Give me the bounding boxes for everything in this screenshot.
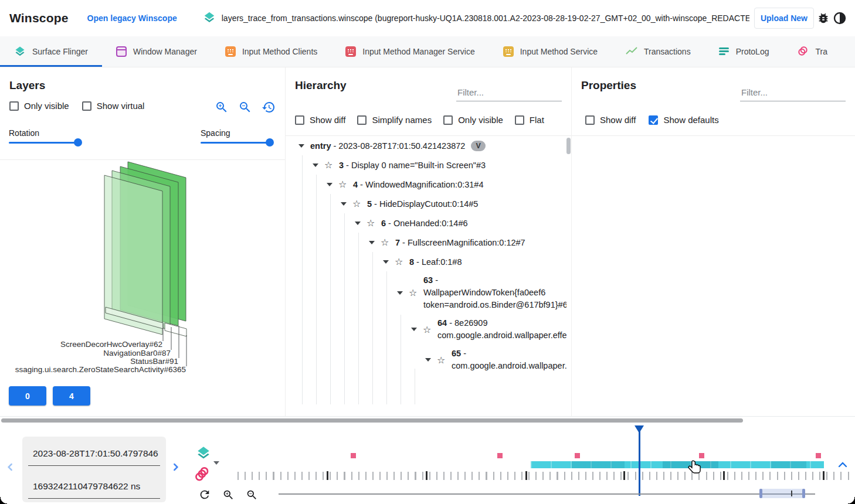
checkbox[interactable]: [585, 115, 595, 125]
event-marker[interactable]: [699, 453, 704, 458]
tab-transitions[interactable]: Tra: [783, 36, 841, 67]
horizontal-scrollbar[interactable]: [1, 418, 743, 423]
timeline-cursor-handle[interactable]: [635, 425, 644, 433]
zoom-out-icon[interactable]: [238, 100, 252, 114]
trace-coverage-band[interactable]: [531, 461, 824, 468]
zoom-in-icon[interactable]: [215, 100, 229, 114]
report-bug-icon[interactable]: [816, 11, 830, 25]
properties-filter-input[interactable]: [740, 85, 846, 101]
chevron-down-icon[interactable]: [397, 291, 403, 295]
tree-row-entry[interactable]: entry - 2023-08-28T17:01:50.421423872 V: [286, 136, 566, 155]
timeline-scrubber[interactable]: [279, 493, 815, 495]
chevron-down-icon[interactable]: [355, 222, 361, 225]
tab-input-method-service[interactable]: Input Method Service: [489, 36, 612, 67]
star-icon[interactable]: ☆: [367, 217, 376, 229]
simplify-names-checkbox[interactable]: Simplify names: [357, 115, 432, 125]
dark-mode-toggle-icon[interactable]: [833, 11, 847, 25]
rotation-slider[interactable]: [9, 138, 80, 147]
show-diff-checkbox[interactable]: Show diff: [585, 115, 636, 125]
upload-new-button[interactable]: Upload New: [754, 8, 814, 29]
ruler-major-tick: [327, 471, 328, 480]
chevron-down-icon[interactable]: [313, 164, 318, 167]
show-virtual-checkbox[interactable]: Show virtual: [82, 101, 145, 111]
layer-id-button-4[interactable]: 4: [53, 386, 90, 406]
show-defaults-checkbox[interactable]: Show defaults: [649, 115, 718, 125]
tree-row[interactable]: ☆ 4 - WindowedMagnification:0:31#4: [286, 175, 566, 194]
tab-input-method-manager-service[interactable]: Input Method Manager Service: [331, 36, 488, 67]
checkbox[interactable]: [443, 115, 453, 125]
next-entry-icon[interactable]: [169, 461, 181, 473]
screen-recording-trace-icon[interactable]: [194, 466, 210, 484]
tab-protolog[interactable]: ProtoLog: [705, 36, 783, 67]
show-diff-checkbox[interactable]: Show diff: [295, 115, 345, 125]
hierarchy-filter-input[interactable]: [456, 85, 562, 101]
checkbox[interactable]: [515, 115, 524, 125]
star-icon[interactable]: ☆: [437, 355, 447, 366]
checkbox[interactable]: [357, 115, 367, 125]
chevron-down-icon[interactable]: [425, 358, 431, 362]
ns-time-field[interactable]: [28, 473, 160, 499]
layer-label: ssaging.ui.search.ZeroStateSearchActivit…: [15, 365, 186, 374]
star-icon[interactable]: ☆: [352, 198, 362, 209]
tree-row[interactable]: ☆ 3 - Display 0 name="Built-in Screen"#3: [286, 155, 566, 175]
chevron-down-icon[interactable]: [383, 260, 389, 264]
chevron-down-icon[interactable]: [298, 144, 304, 148]
ns-time-input[interactable]: [28, 473, 160, 492]
checkbox[interactable]: [295, 115, 304, 125]
checkbox-checked[interactable]: [649, 115, 658, 125]
timeline-cursor-line[interactable]: [639, 431, 640, 496]
star-icon[interactable]: ☆: [409, 287, 419, 298]
flat-checkbox[interactable]: Flat: [515, 115, 544, 125]
tree-row[interactable]: ☆ 6 - OneHanded:0:14#6: [286, 213, 566, 233]
previous-entry-icon[interactable]: [5, 461, 16, 473]
collapse-timeline-icon[interactable]: [837, 460, 848, 471]
tree-row[interactable]: ☆ 8 - Leaf:0:1#8: [286, 252, 566, 271]
chevron-down-icon[interactable]: [411, 328, 417, 331]
zoom-selection-handle-left[interactable]: [759, 489, 762, 498]
chevron-down-icon[interactable]: [327, 183, 333, 186]
timeline-zoom-in-icon[interactable]: [222, 489, 235, 503]
event-marker[interactable]: [816, 453, 821, 458]
tree-row[interactable]: ☆ 64 - 8e26909 com.google.android.wallpa…: [286, 314, 566, 345]
slider-thumb[interactable]: [74, 138, 82, 147]
zoom-selection-handle-right[interactable]: [802, 489, 805, 498]
event-marker[interactable]: [575, 453, 580, 458]
tab-surface-flinger[interactable]: Surface Flinger: [0, 36, 102, 67]
tab-input-method-clients[interactable]: Input Method Clients: [211, 36, 331, 67]
tree-scrollbar[interactable]: [566, 138, 571, 154]
event-marker[interactable]: [497, 453, 503, 458]
star-icon[interactable]: ☆: [381, 237, 391, 248]
timeline-ruler[interactable]: [238, 472, 855, 480]
chevron-down-icon[interactable]: [369, 241, 375, 244]
zoom-selection-range[interactable]: [759, 489, 805, 498]
spacing-slider[interactable]: [201, 138, 272, 147]
app-title: Winscope: [9, 11, 69, 25]
timeline-zoom-out-icon[interactable]: [246, 489, 258, 503]
only-visible-checkbox[interactable]: Only visible: [443, 115, 503, 125]
checkbox[interactable]: [82, 101, 91, 111]
tab-transactions[interactable]: Transactions: [612, 36, 705, 67]
active-trace-layers-icon[interactable]: [196, 445, 211, 462]
reset-view-icon[interactable]: [262, 100, 276, 114]
checkbox[interactable]: [9, 101, 19, 111]
tree-row[interactable]: ☆ 65 - com.google.android.wallpaper.effe…: [286, 345, 566, 375]
chevron-down-icon[interactable]: [341, 202, 347, 206]
human-time-field[interactable]: [28, 440, 160, 466]
event-marker[interactable]: [351, 453, 356, 458]
slider-thumb[interactable]: [266, 138, 274, 147]
tree-row[interactable]: ☆ 7 - FullscreenMagnification:0:12#7: [286, 233, 566, 252]
star-icon[interactable]: ☆: [395, 256, 405, 267]
tree-row[interactable]: ☆ 5 - HideDisplayCutout:0:14#5: [286, 194, 566, 213]
refresh-icon[interactable]: [198, 488, 211, 503]
properties-title: Properties: [581, 79, 636, 92]
layer-id-button-0[interactable]: 0: [9, 386, 46, 406]
human-time-input[interactable]: [28, 440, 160, 459]
star-icon[interactable]: ☆: [423, 324, 433, 335]
star-icon[interactable]: ☆: [324, 159, 334, 171]
trace-select-caret-icon[interactable]: [213, 461, 219, 465]
tree-row[interactable]: ☆ 63 - WallpaperWindowToken{fa0eef6 toke…: [286, 271, 566, 314]
only-visible-checkbox[interactable]: Only visible: [9, 101, 69, 111]
star-icon[interactable]: ☆: [338, 179, 348, 190]
open-legacy-link[interactable]: Open legacy Winscope: [87, 13, 177, 23]
tab-window-manager[interactable]: Window Manager: [102, 36, 211, 67]
